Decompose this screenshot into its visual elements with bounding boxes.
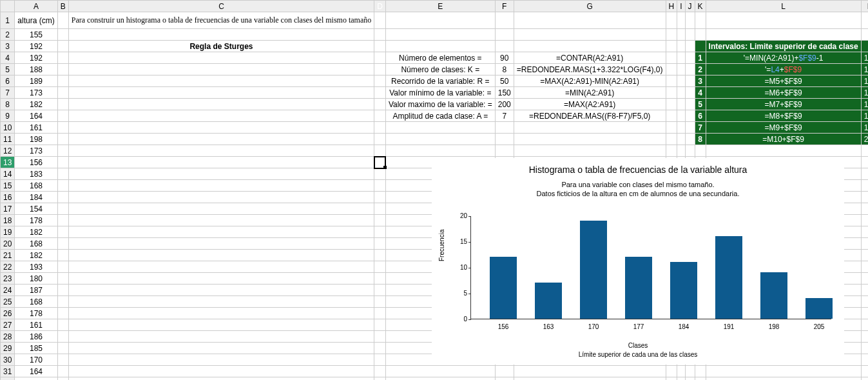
col-header-C[interactable]: C: [68, 1, 374, 12]
row-header[interactable]: 13: [1, 157, 15, 168]
cell[interactable]: 164: [15, 377, 57, 381]
cell[interactable]: [861, 145, 868, 157]
cell[interactable]: 161: [15, 319, 57, 331]
cell[interactable]: [57, 168, 68, 180]
cell[interactable]: [68, 261, 374, 273]
cell[interactable]: =MAX(A2:A91)-MIN(A2:A91): [514, 75, 666, 87]
cell[interactable]: [495, 29, 514, 41]
cell[interactable]: [68, 226, 374, 238]
row-header[interactable]: 18: [1, 215, 15, 226]
cell[interactable]: =M7+$F$9: [706, 99, 861, 110]
cell[interactable]: [495, 134, 514, 145]
cell[interactable]: Intervalos: Limite superior de cada clas…: [706, 41, 861, 52]
cell[interactable]: [68, 122, 374, 134]
cell[interactable]: [685, 64, 695, 75]
cell[interactable]: [514, 29, 666, 41]
cell[interactable]: [514, 134, 666, 145]
cell[interactable]: [57, 226, 68, 238]
row-header[interactable]: 11: [1, 134, 15, 145]
cell[interactable]: [68, 285, 374, 296]
cell[interactable]: [68, 168, 374, 180]
cell[interactable]: 168: [15, 296, 57, 308]
cell[interactable]: [374, 377, 386, 381]
cell[interactable]: 180: [15, 273, 57, 285]
cell[interactable]: [514, 145, 666, 157]
cell[interactable]: 3: [695, 75, 706, 87]
cell[interactable]: =M8+$F$9: [706, 110, 861, 122]
cell[interactable]: [68, 64, 374, 75]
cell[interactable]: [861, 273, 868, 285]
row-header[interactable]: 8: [1, 99, 15, 110]
cell[interactable]: [495, 366, 514, 377]
cell[interactable]: [677, 134, 685, 145]
cell[interactable]: Valor maximo de la variable: =: [385, 99, 495, 110]
cell[interactable]: [57, 52, 68, 64]
cell[interactable]: [685, 41, 695, 52]
cell[interactable]: [861, 226, 868, 238]
cell[interactable]: 170: [15, 354, 57, 366]
cell[interactable]: [677, 41, 685, 52]
cell[interactable]: [677, 52, 685, 64]
cell[interactable]: [385, 29, 495, 41]
row-header[interactable]: 9: [1, 110, 15, 122]
row-header[interactable]: 1: [1, 12, 15, 29]
cell[interactable]: [57, 238, 68, 250]
cell[interactable]: '=L4+$F$9: [706, 64, 861, 75]
cell[interactable]: [374, 354, 386, 366]
cell[interactable]: [374, 29, 386, 41]
col-header-I[interactable]: I: [677, 1, 685, 12]
cell[interactable]: [57, 134, 68, 145]
cell[interactable]: [374, 64, 386, 75]
cell[interactable]: [695, 12, 706, 29]
cell[interactable]: 155: [15, 29, 57, 41]
cell[interactable]: [514, 12, 666, 29]
cell[interactable]: [374, 308, 386, 319]
row-header[interactable]: 22: [1, 261, 15, 273]
cell[interactable]: 150: [495, 87, 514, 99]
row-header[interactable]: 2: [1, 29, 15, 41]
row-header[interactable]: 5: [1, 64, 15, 75]
cell[interactable]: [68, 29, 374, 41]
cell[interactable]: 182: [15, 226, 57, 238]
cell[interactable]: 161: [15, 122, 57, 134]
cell[interactable]: [68, 331, 374, 343]
cell[interactable]: [57, 145, 68, 157]
cell[interactable]: =REDONDEAR.MAS((F8-F7)/F5,0): [514, 110, 666, 122]
cell[interactable]: [57, 203, 68, 215]
cell[interactable]: 192: [15, 52, 57, 64]
cell[interactable]: [57, 29, 68, 41]
cell[interactable]: 170: [861, 75, 868, 87]
cell[interactable]: 198: [861, 122, 868, 134]
col-header-M[interactable]: M: [861, 1, 868, 12]
cell[interactable]: [861, 308, 868, 319]
cell[interactable]: [861, 238, 868, 250]
cell[interactable]: 184: [861, 99, 868, 110]
cell[interactable]: [685, 12, 695, 29]
row-header[interactable]: 29: [1, 343, 15, 354]
cell[interactable]: [695, 145, 706, 157]
cell[interactable]: 192: [15, 41, 57, 52]
cell[interactable]: Valor mínimo de la variable: =: [385, 87, 495, 99]
cell[interactable]: [666, 41, 677, 52]
row-header[interactable]: 14: [1, 168, 15, 180]
cell[interactable]: [57, 261, 68, 273]
cell[interactable]: [57, 354, 68, 366]
cell[interactable]: [685, 99, 695, 110]
cell[interactable]: [666, 377, 677, 381]
cell[interactable]: [861, 168, 868, 180]
cell[interactable]: [685, 145, 695, 157]
cell[interactable]: [514, 122, 666, 134]
cell[interactable]: [861, 250, 868, 261]
cell[interactable]: 163: [861, 64, 868, 75]
cell[interactable]: 178: [15, 308, 57, 319]
cell[interactable]: [57, 296, 68, 308]
cell[interactable]: [374, 134, 386, 145]
cell[interactable]: [68, 134, 374, 145]
cell[interactable]: 173: [15, 87, 57, 99]
cell[interactable]: [677, 122, 685, 134]
cell[interactable]: [666, 64, 677, 75]
cell[interactable]: 7: [495, 110, 514, 122]
cell[interactable]: Regla de Sturges: [68, 41, 374, 52]
cell[interactable]: [374, 296, 386, 308]
row-header[interactable]: 32: [1, 377, 15, 381]
